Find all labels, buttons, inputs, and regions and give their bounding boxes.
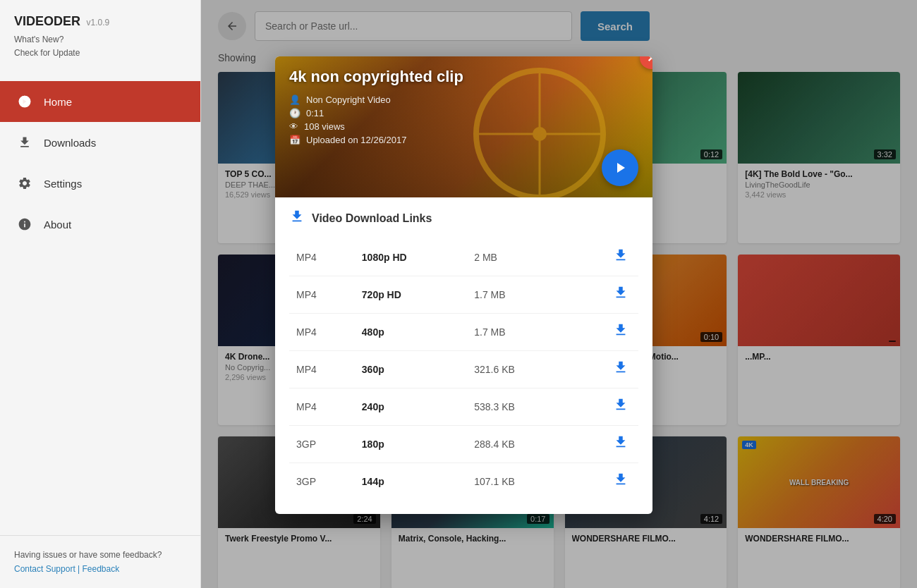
modal-body: Video Download Links MP4 1080p HD 2 MB M… <box>275 197 652 514</box>
sidebar-header: VIDEODER v1.0.9 What's New? Check for Up… <box>0 0 200 67</box>
format-download-cell <box>571 463 638 501</box>
modal-video-title: 4k non copyrighted clip <box>289 68 638 86</box>
format-download-button[interactable] <box>610 247 631 267</box>
download-links-header: Video Download Links <box>289 209 638 228</box>
download-icon <box>17 135 32 150</box>
format-quality: 1080p HD <box>355 239 467 276</box>
format-container: MP4 <box>289 314 355 351</box>
format-size: 538.3 KB <box>467 388 571 426</box>
format-size: 1.7 MB <box>467 276 571 314</box>
modal-views-row: 👁 108 views <box>289 121 638 132</box>
feedback-link[interactable]: Feedback <box>83 564 120 574</box>
format-size: 321.6 KB <box>467 351 571 388</box>
format-download-cell <box>571 239 638 276</box>
footer-text: Having issues or have some feedback? <box>14 550 186 560</box>
sidebar-footer: Having issues or have some feedback? Con… <box>0 535 200 588</box>
download-row: MP4 480p 1.7 MB <box>289 314 638 351</box>
modal-views: 108 views <box>304 121 345 132</box>
modal-channel: Non Copyright Video <box>306 94 391 105</box>
format-download-cell <box>571 388 638 426</box>
download-links-icon <box>289 209 305 228</box>
format-size: 1.7 MB <box>467 314 571 351</box>
format-download-button[interactable] <box>610 360 631 379</box>
video-download-modal: ✕ 4k non copyrighted clip 👤 Non Copyrigh… <box>275 56 652 514</box>
eye-icon: 👁 <box>289 121 298 132</box>
sidebar-item-home-label: Home <box>44 96 72 108</box>
download-row: MP4 1080p HD 2 MB <box>289 239 638 276</box>
download-row: 3GP 144p 107.1 KB <box>289 463 638 501</box>
format-download-cell <box>571 426 638 463</box>
format-quality: 180p <box>355 426 467 463</box>
format-container: MP4 <box>289 276 355 314</box>
person-icon: 👤 <box>289 94 300 105</box>
format-download-cell <box>571 314 638 351</box>
clock-icon: 🕐 <box>289 108 300 118</box>
modal-preview: 4k non copyrighted clip 👤 Non Copyright … <box>275 56 652 197</box>
format-download-button[interactable] <box>610 434 631 454</box>
app-title: VIDEODER v1.0.9 <box>14 14 186 29</box>
modal-duration-row: 🕐 0:11 <box>289 108 638 118</box>
format-size: 2 MB <box>467 239 571 276</box>
info-icon <box>17 216 32 232</box>
download-row: MP4 240p 538.3 KB <box>289 388 638 426</box>
modal-channel-row: 👤 Non Copyright Video <box>289 94 638 105</box>
modal-uploaded: Uploaded on 12/26/2017 <box>306 135 406 145</box>
nav-menu: Home Downloads Settings About <box>0 81 200 535</box>
download-table: MP4 1080p HD 2 MB MP4 720p HD 1.7 MB MP4… <box>289 239 638 500</box>
download-links-label: Video Download Links <box>312 212 432 225</box>
modal-duration: 0:11 <box>306 108 324 118</box>
sidebar-item-settings-label: Settings <box>44 178 82 190</box>
format-quality: 240p <box>355 388 467 426</box>
format-container: 3GP <box>289 426 355 463</box>
format-quality: 144p <box>355 463 467 501</box>
app-name: VIDEODER <box>14 14 80 28</box>
sidebar-item-downloads-label: Downloads <box>44 137 96 149</box>
whats-new-link[interactable]: What's New? Check for Update <box>14 33 186 60</box>
format-container: MP4 <box>289 388 355 426</box>
format-container: 3GP <box>289 463 355 501</box>
download-row: 3GP 180p 288.4 KB <box>289 426 638 463</box>
format-quality: 480p <box>355 314 467 351</box>
format-download-button[interactable] <box>610 285 631 305</box>
settings-icon <box>17 176 32 191</box>
sidebar-item-about-label: About <box>44 219 71 231</box>
download-row: MP4 720p HD 1.7 MB <box>289 276 638 314</box>
format-quality: 720p HD <box>355 276 467 314</box>
format-size: 107.1 KB <box>467 463 571 501</box>
format-download-button[interactable] <box>610 322 631 342</box>
download-row: MP4 360p 321.6 KB <box>289 351 638 388</box>
app-version: v1.0.9 <box>86 18 109 27</box>
calendar-icon: 📅 <box>289 135 300 145</box>
contact-support-link[interactable]: Contact Support <box>14 564 75 574</box>
format-download-button[interactable] <box>610 397 631 417</box>
modal-preview-content: 4k non copyrighted clip 👤 Non Copyright … <box>275 56 652 197</box>
sidebar-item-about[interactable]: About <box>0 204 200 245</box>
format-download-cell <box>571 351 638 388</box>
format-quality: 360p <box>355 351 467 388</box>
sidebar-item-home[interactable]: Home <box>0 81 200 122</box>
feedback-links: Contact Support | Feedback <box>14 564 186 574</box>
sidebar: VIDEODER v1.0.9 What's New? Check for Up… <box>0 0 201 588</box>
sidebar-item-settings[interactable]: Settings <box>0 163 200 204</box>
play-button[interactable] <box>602 149 638 186</box>
format-size: 288.4 KB <box>467 426 571 463</box>
format-container: MP4 <box>289 239 355 276</box>
sidebar-item-downloads[interactable]: Downloads <box>0 122 200 163</box>
modal-meta: 👤 Non Copyright Video 🕐 0:11 👁 108 views… <box>289 94 638 145</box>
home-icon <box>17 94 32 109</box>
format-download-button[interactable] <box>610 472 631 491</box>
format-container: MP4 <box>289 351 355 388</box>
format-download-cell <box>571 276 638 314</box>
modal-uploaded-row: 📅 Uploaded on 12/26/2017 <box>289 135 638 145</box>
